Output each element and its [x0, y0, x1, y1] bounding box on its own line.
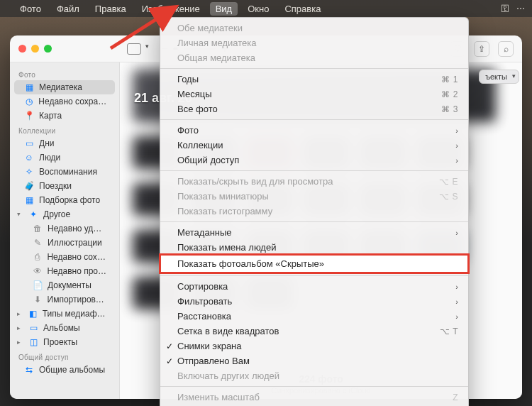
menu-shortcut: ⌘ 2	[441, 89, 458, 99]
menu-item[interactable]: Месяцы⌘ 2	[160, 87, 468, 102]
clock-icon: ◷	[24, 97, 33, 106]
menu-separator	[160, 119, 468, 120]
objects-filter-pill[interactable]: ъекты	[479, 70, 519, 84]
menu-item-label: Снимки экрана	[177, 341, 242, 351]
menu-image[interactable]: Изображение	[136, 2, 206, 16]
menu-item-label: Все фото	[177, 104, 218, 114]
key-icon[interactable]: ⚿	[501, 4, 509, 13]
memories-icon: ✧	[24, 167, 34, 177]
sidebar-item-imported[interactable]: ⬇Импортировано	[14, 292, 115, 307]
menu-shortcut: Z	[453, 393, 458, 402]
search-button[interactable]: ⌕	[498, 41, 514, 57]
sidebar-item-albums[interactable]: ▸▭Альбомы	[14, 321, 115, 335]
check-icon: ✓	[166, 341, 173, 351]
menu-item[interactable]: Годы⌘ 1	[160, 72, 468, 87]
sidebar-item-library[interactable]: ▦Медиатека	[14, 80, 115, 94]
menu-item[interactable]: Метаданные›	[160, 225, 468, 240]
menu-separator	[160, 275, 468, 276]
sidebar-item-media-types[interactable]: ▸◧Типы медиафай…	[14, 307, 115, 321]
menu-item-label: Фильтровать	[177, 296, 232, 307]
check-icon: ✓	[166, 356, 173, 366]
sidebar-item-people[interactable]: ☺Люди	[14, 150, 115, 165]
menu-shortcut: ⌘ 1	[441, 75, 458, 84]
eye-icon: 👁	[33, 266, 42, 276]
menu-item[interactable]: Фото›	[160, 123, 468, 138]
people-icon: ☺	[24, 153, 34, 163]
sidebar-item-recently-saved[interactable]: ◷Недавно сохран…	[14, 94, 115, 109]
menu-item-label: Коллекции	[177, 140, 223, 150]
palette-icon: ✎	[33, 238, 43, 248]
menubar-more-icon[interactable]: ⋯	[516, 4, 525, 13]
chevron-right-icon: ›	[455, 126, 458, 135]
menu-file[interactable]: Файл	[51, 2, 85, 16]
menu-shortcut: ⌘ 3	[441, 104, 458, 114]
sidebar-item-projects[interactable]: ▸◫Проекты	[14, 335, 115, 349]
share-button[interactable]: ⇪	[474, 41, 489, 57]
download-icon: ⬇	[33, 295, 43, 304]
sidebar-item-recently-viewed[interactable]: 👁Недавно прос…	[14, 264, 115, 278]
menu-item[interactable]: Все фото⌘ 3	[160, 102, 468, 116]
menu-item[interactable]: Показать фотоальбом «Скрытые»	[160, 255, 468, 273]
sidebar-item-illustrations[interactable]: ✎Иллюстрации	[14, 236, 115, 250]
menu-view[interactable]: Вид	[210, 2, 238, 16]
projects-icon: ◫	[28, 337, 38, 347]
sidebar-item-trips[interactable]: 🧳Поездки	[14, 179, 115, 193]
menu-item-label: Личная медиатека	[177, 38, 257, 48]
menu-item: Показать миниатюры⌥ S	[160, 189, 468, 204]
menu-item-label: Показать/скрыть вид для просмотра	[177, 176, 333, 187]
sidebar-item-recently-saved2[interactable]: ⎙Недавно сохр…	[14, 250, 115, 264]
window-maximize-button[interactable]	[44, 45, 52, 53]
sparkle-icon: ✦	[28, 209, 38, 219]
suitcase-icon: 🧳	[24, 181, 34, 191]
menu-item: Общая медиатека	[160, 50, 468, 65]
pin-icon: 📍	[24, 111, 34, 121]
albums-icon: ▭	[28, 323, 38, 333]
sidebar-item-other[interactable]: ▸✦Другое	[14, 207, 115, 221]
media-icon: ◧	[28, 309, 38, 319]
menu-item-label: Обе медиатеки	[177, 23, 243, 33]
calendar-icon: ▭	[24, 138, 34, 148]
menu-app[interactable]: Фото	[14, 2, 47, 16]
menu-item-label: Показать миниатюры	[177, 191, 269, 202]
menu-item[interactable]: Фильтровать›	[160, 294, 468, 309]
menu-item-label: Месяцы	[177, 89, 212, 99]
menu-edit[interactable]: Правка	[89, 2, 132, 16]
chevron-right-icon: ›	[455, 229, 458, 237]
menu-shortcut: ⌥ S	[439, 192, 458, 202]
window-traffic-lights	[18, 45, 52, 53]
sidebar-section-shared: Общий доступ	[10, 349, 119, 363]
menu-item-label: Включать других людей	[177, 371, 279, 381]
menu-item[interactable]: Расстановка›	[160, 309, 468, 324]
sidebar-item-documents[interactable]: 📄Документы	[14, 278, 115, 292]
menu-separator	[160, 221, 468, 222]
menu-item[interactable]: ✓Отправлено Вам	[160, 353, 468, 368]
menu-separator	[160, 386, 468, 387]
menu-item[interactable]: Сетка в виде квадратов⌥ T	[160, 324, 468, 339]
chevron-right-icon: ›	[455, 156, 458, 165]
menu-item[interactable]: Сортировка›	[160, 279, 468, 294]
menu-item-label: Сортировка	[177, 281, 228, 292]
window-minimize-button[interactable]	[31, 45, 39, 53]
chevron-right-icon: ›	[455, 141, 458, 150]
menu-help[interactable]: Справка	[279, 2, 326, 16]
window-close-button[interactable]	[18, 45, 26, 53]
menu-item-label: Сетка в виде квадратов	[177, 326, 279, 336]
view-menu-dropdown: Обе медиатекиЛичная медиатекаОбщая медиа…	[160, 17, 469, 406]
chevron-right-icon: ›	[455, 312, 458, 321]
sidebar-item-featured[interactable]: ▦Подборка фото	[14, 193, 115, 207]
sidebar-item-memories[interactable]: ✧Воспоминания	[14, 165, 115, 179]
menu-item[interactable]: Показать имена людей	[160, 240, 468, 255]
sidebar-section-photo: Фото	[10, 67, 119, 80]
aspect-button[interactable]	[127, 43, 141, 55]
menu-item[interactable]: Общий доступ›	[160, 153, 468, 168]
sidebar-item-shared-albums[interactable]: ⇆Общие альбомы	[14, 363, 115, 377]
shared-icon: ⇆	[24, 365, 34, 375]
menu-item[interactable]: ✓Снимки экрана	[160, 339, 468, 353]
chevron-right-icon: ›	[455, 297, 458, 306]
menu-item[interactable]: Коллекции›	[160, 138, 468, 153]
sidebar-item-recently-deleted[interactable]: 🗑Недавно уд…	[14, 221, 115, 236]
menu-window[interactable]: Окно	[242, 2, 275, 16]
sidebar-item-map[interactable]: 📍Карта	[14, 109, 115, 123]
sidebar-item-days[interactable]: ▭Дни	[14, 136, 115, 150]
menu-item: Включать других людей	[160, 368, 468, 383]
